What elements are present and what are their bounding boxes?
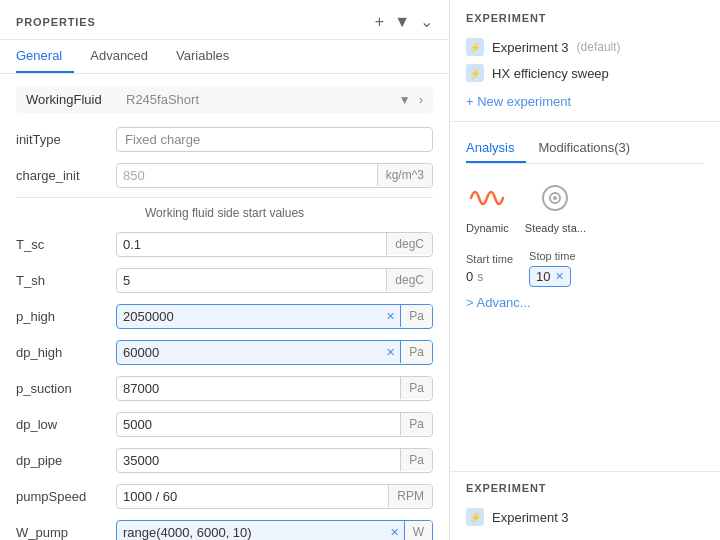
- exp-name-2: HX efficiency sweep: [492, 66, 609, 81]
- tab-analysis[interactable]: Analysis: [466, 134, 526, 163]
- wf-dropdown-icon[interactable]: ▼: [399, 93, 411, 107]
- tabs: General Advanced Variables: [0, 40, 449, 74]
- field-label-dp_low: dp_low: [16, 417, 116, 432]
- advanced-link[interactable]: > Advanc...: [466, 295, 704, 310]
- wf-forward-icon[interactable]: ›: [419, 92, 423, 107]
- field-input-wrap-p_suction: Pa: [116, 376, 433, 401]
- field-input-wrap-W_pump: ✕W: [116, 520, 433, 541]
- field-input-dp_low[interactable]: [117, 413, 400, 436]
- field-input-W_pump[interactable]: [117, 521, 385, 541]
- experiment-header: EXPERIMENT: [466, 12, 704, 24]
- charge-init-row: charge_init kg/m^3: [16, 161, 433, 189]
- analysis-tabs: Analysis Modifications(3): [466, 134, 704, 164]
- exp-name-1: Experiment 3: [492, 40, 569, 55]
- field-input-box-T_sh: degC: [116, 268, 433, 293]
- exp-icon-1: ⚡: [466, 38, 484, 56]
- start-time-group: Start time 0 s: [466, 253, 513, 284]
- right-panel: EXPERIMENT ⚡ Experiment 3 (default) ⚡ HX…: [450, 0, 720, 540]
- field-input-box-W_pump: ✕W: [116, 520, 433, 541]
- new-experiment-button[interactable]: + New experiment: [466, 86, 704, 109]
- field-label-T_sh: T_sh: [16, 273, 116, 288]
- stop-time-clear[interactable]: ✕: [555, 270, 564, 283]
- start-time-unit: s: [477, 270, 483, 284]
- field-input-T_sh[interactable]: [117, 269, 386, 292]
- bottom-experiment: EXPERIMENT ⚡ Experiment 3: [450, 471, 720, 540]
- chevron-down-icon[interactable]: ⌄: [420, 12, 433, 31]
- experiment-item-2[interactable]: ⚡ HX efficiency sweep: [466, 60, 704, 86]
- field-row-pumpSpeed: pumpSpeedRPM: [16, 482, 433, 510]
- field-unit-p_high: Pa: [400, 305, 432, 327]
- divider-1: [16, 197, 433, 198]
- field-input-p_high[interactable]: [117, 305, 381, 328]
- init-type-label: initType: [16, 132, 116, 147]
- field-clear-W_pump[interactable]: ✕: [385, 526, 404, 539]
- init-type-select-wrap: Fixed charge: [116, 127, 433, 152]
- start-time-input-row: 0 s: [466, 269, 513, 284]
- tab-general[interactable]: General: [16, 40, 74, 73]
- field-unit-dp_pipe: Pa: [400, 449, 432, 471]
- field-row-T_sc: T_scdegC: [16, 230, 433, 258]
- charge-init-label: charge_init: [16, 168, 116, 183]
- field-input-wrap-dp_pipe: Pa: [116, 448, 433, 473]
- start-time-value: 0: [466, 269, 473, 284]
- field-row-T_sh: T_shdegC: [16, 266, 433, 294]
- analysis-option-steady[interactable]: Steady sta...: [525, 178, 586, 234]
- field-clear-p_high[interactable]: ✕: [381, 310, 400, 323]
- init-type-row: initType Fixed charge: [16, 125, 433, 153]
- field-unit-T_sh: degC: [386, 269, 432, 291]
- field-input-box-T_sc: degC: [116, 232, 433, 257]
- analysis-option-dynamic[interactable]: Dynamic: [466, 178, 509, 234]
- panel-title: PROPERTIES: [16, 16, 375, 28]
- init-type-select[interactable]: Fixed charge: [116, 127, 433, 152]
- field-input-box-dp_pipe: Pa: [116, 448, 433, 473]
- field-input-box-p_high: ✕Pa: [116, 304, 433, 329]
- bottom-experiment-item[interactable]: ⚡ Experiment 3: [466, 504, 704, 530]
- stop-time-label: Stop time: [529, 250, 575, 262]
- tab-modifications[interactable]: Modifications(3): [538, 134, 642, 163]
- field-input-box-pumpSpeed: RPM: [116, 484, 433, 509]
- field-label-T_sc: T_sc: [16, 237, 116, 252]
- field-label-p_suction: p_suction: [16, 381, 116, 396]
- field-row-W_pump: W_pump✕W: [16, 518, 433, 540]
- section-title: Working fluid side start values: [16, 206, 433, 220]
- dynamic-label: Dynamic: [466, 222, 509, 234]
- field-clear-dp_high[interactable]: ✕: [381, 346, 400, 359]
- bottom-experiment-header: EXPERIMENT: [466, 482, 704, 494]
- field-label-pumpSpeed: pumpSpeed: [16, 489, 116, 504]
- filter-icon[interactable]: ▼: [394, 13, 410, 31]
- field-input-box-dp_high: ✕Pa: [116, 340, 433, 365]
- field-unit-pumpSpeed: RPM: [388, 485, 432, 507]
- exp-icon-2: ⚡: [466, 64, 484, 82]
- wf-label: WorkingFluid: [26, 92, 126, 107]
- steady-icon: [535, 178, 575, 218]
- svg-point-2: [553, 196, 557, 200]
- field-input-wrap-T_sh: degC: [116, 268, 433, 293]
- field-input-dp_pipe[interactable]: [117, 449, 400, 472]
- field-unit-dp_low: Pa: [400, 413, 432, 435]
- field-unit-p_suction: Pa: [400, 377, 432, 399]
- tab-advanced[interactable]: Advanced: [90, 40, 160, 73]
- stop-time-box[interactable]: 10 ✕: [529, 266, 570, 287]
- new-experiment-label: + New experiment: [466, 94, 571, 109]
- field-input-p_suction[interactable]: [117, 377, 400, 400]
- field-label-dp_high: dp_high: [16, 345, 116, 360]
- tab-variables[interactable]: Variables: [176, 40, 241, 73]
- header-icons: + ▼ ⌄: [375, 12, 433, 31]
- experiment-section: EXPERIMENT ⚡ Experiment 3 (default) ⚡ HX…: [450, 0, 720, 122]
- field-label-p_high: p_high: [16, 309, 116, 324]
- experiment-item-1[interactable]: ⚡ Experiment 3 (default): [466, 34, 704, 60]
- field-input-dp_high[interactable]: [117, 341, 381, 364]
- analysis-options: Dynamic Steady sta...: [466, 178, 704, 234]
- field-input-T_sc[interactable]: [117, 233, 386, 256]
- panel-header: PROPERTIES + ▼ ⌄: [0, 0, 449, 40]
- charge-init-input[interactable]: [117, 164, 377, 187]
- charge-init-unit: kg/m^3: [377, 164, 432, 186]
- field-input-pumpSpeed[interactable]: [117, 485, 388, 508]
- field-row-dp_high: dp_high✕Pa: [16, 338, 433, 366]
- add-icon[interactable]: +: [375, 13, 384, 31]
- exp-badge-1: (default): [577, 40, 621, 54]
- analysis-section: Analysis Modifications(3) Dynamic: [450, 122, 720, 471]
- field-row-dp_low: dp_lowPa: [16, 410, 433, 438]
- wf-icons: ▼ ›: [399, 92, 423, 107]
- fields-container: T_scdegCT_shdegCp_high✕Padp_high✕Pap_suc…: [16, 230, 433, 540]
